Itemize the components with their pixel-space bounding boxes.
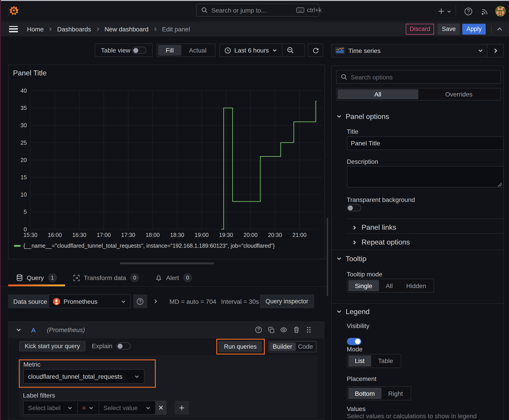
discard-button[interactable]: Discard <box>406 24 434 34</box>
search-input[interactable] <box>211 7 293 14</box>
legend-placement-bottom[interactable]: Bottom <box>348 388 381 399</box>
legend-mode-label: Mode <box>347 345 363 353</box>
metric-label: Metric <box>23 361 40 368</box>
select-value-dropdown[interactable]: Select value <box>99 401 156 415</box>
time-series-chart: 051015202530354015:3016:0016:3017:0017:3… <box>8 65 325 240</box>
panel-description-textarea[interactable] <box>347 166 503 188</box>
toggle-visibility-button[interactable] <box>280 326 287 334</box>
menu-toggle-button[interactable] <box>9 26 18 32</box>
datasource-value: Prometheus <box>63 298 117 305</box>
table-view-toggle[interactable] <box>132 47 146 54</box>
apply-button[interactable]: Apply <box>462 24 486 34</box>
repeat-options-section[interactable]: Repeat options <box>351 237 410 248</box>
active-tab-indicator <box>8 285 65 286</box>
select-label-dropdown[interactable]: Select label <box>23 401 77 415</box>
legend-section-header[interactable]: Legend <box>336 308 370 316</box>
options-search-input[interactable] <box>351 73 496 81</box>
help-button[interactable] <box>462 5 475 18</box>
breadcrumb-home[interactable]: Home <box>27 26 44 33</box>
news-button[interactable] <box>479 5 492 18</box>
zoom-out-time-button[interactable] <box>282 44 298 57</box>
add-new-button[interactable] <box>435 5 454 18</box>
legend-series-label[interactable]: {__name__="cloudflared_tunnel_total_requ… <box>23 242 275 249</box>
user-avatar[interactable] <box>495 6 506 17</box>
query-ref-id[interactable]: A <box>31 326 36 334</box>
query-row-header[interactable]: A (Prometheus) <box>8 322 324 338</box>
panel-title-input[interactable] <box>347 136 503 150</box>
series-line <box>221 101 317 229</box>
visualization-select[interactable]: Time series <box>331 44 487 57</box>
save-button[interactable]: Save <box>438 24 460 34</box>
options-filter-group: All Overrides <box>336 88 501 100</box>
legend-mode-list[interactable]: List <box>348 355 372 366</box>
tooltip-section-header[interactable]: Tooltip <box>336 255 366 263</box>
options-filter-overrides[interactable]: Overrides <box>418 89 499 99</box>
tab-query[interactable]: Query 1 <box>8 269 65 286</box>
interval-stat: Interval = 30s <box>221 298 259 305</box>
add-filter-button[interactable] <box>174 401 189 415</box>
textarea-resize-handle[interactable] <box>498 182 502 187</box>
builder-option[interactable]: Builder <box>269 342 296 351</box>
query-inspector-button[interactable]: Query inspector <box>260 294 314 308</box>
operator-value: = <box>82 404 86 411</box>
run-queries-button[interactable]: Run queries <box>219 341 262 352</box>
datasource-picker[interactable]: Prometheus <box>48 294 130 308</box>
tab-transform-data[interactable]: Transform data 0 <box>65 269 147 286</box>
query-builder-panel: Metric cloudflared_tunnel_total_requests… <box>19 355 317 418</box>
options-divider <box>347 233 503 234</box>
kick-start-query-button[interactable]: Kick start your query <box>19 341 85 351</box>
options-filter-all[interactable]: All <box>337 89 418 99</box>
y-axis-tick-label: 10 <box>21 191 27 197</box>
panel-links-section[interactable]: Panel links <box>351 222 396 233</box>
transparent-background-toggle[interactable] <box>347 204 361 211</box>
remove-query-button[interactable] <box>293 326 300 334</box>
tab-query-count: 1 <box>48 273 57 282</box>
legend-placement-right[interactable]: Right <box>381 388 410 399</box>
chevron-right-icon <box>351 225 357 230</box>
panel-options-pane: All Overrides Panel options Title Descri… <box>331 65 504 420</box>
toggle-viz-suggestions-button[interactable] <box>487 44 504 57</box>
remove-filter-button[interactable] <box>156 401 167 415</box>
drag-handle[interactable] <box>305 326 312 334</box>
topbar-divider <box>456 6 456 17</box>
panel-options-section-header[interactable]: Panel options <box>336 112 389 120</box>
breadcrumb-dashboards[interactable]: Dashboards <box>57 26 91 33</box>
search-icon <box>341 74 347 80</box>
duplicate-query-button[interactable] <box>267 326 275 334</box>
bell-icon <box>155 274 162 281</box>
query-options-collapsed[interactable]: MD = auto = 704 Interval = 30s <box>152 294 257 308</box>
datasource-help-button[interactable] <box>133 294 147 308</box>
panel-resize-handle[interactable] <box>120 262 214 264</box>
x-axis-tick-label: 16:00 <box>48 232 62 238</box>
legend-visibility-toggle[interactable] <box>347 338 361 345</box>
options-scrollbar-thumb[interactable] <box>327 218 328 296</box>
breadcrumb-edit-panel: Edit panel <box>162 26 190 33</box>
tab-alert[interactable]: Alert 0 <box>147 269 200 286</box>
explain-toggle[interactable] <box>116 343 131 350</box>
collapse-options-button[interactable] <box>496 26 503 33</box>
global-search-box[interactable]: ctrl+k <box>196 4 319 17</box>
refresh-button[interactable] <box>308 44 323 57</box>
grafana-logo-icon[interactable] <box>8 3 19 17</box>
operator-dropdown[interactable]: = <box>77 401 99 415</box>
collapse-query-icon[interactable] <box>15 327 21 333</box>
options-search-box[interactable] <box>336 70 501 84</box>
chevron-down-icon <box>121 299 126 304</box>
tooltip-mode-hidden[interactable]: Hidden <box>400 280 433 291</box>
title-field-label: Title <box>347 128 358 135</box>
query-help-button[interactable] <box>255 326 262 334</box>
fill-option[interactable]: Fill <box>158 45 181 56</box>
select-value-placeholder: Select value <box>103 404 142 411</box>
tooltip-mode-single[interactable]: Single <box>348 280 379 291</box>
window-left-edge <box>0 0 1 420</box>
tooltip-mode-all[interactable]: All <box>379 280 400 291</box>
metric-select[interactable]: cloudflared_tunnel_total_requests <box>23 369 144 384</box>
tabs-divider <box>0 286 327 287</box>
actual-option[interactable]: Actual <box>181 45 214 56</box>
breadcrumb-new-dashboard[interactable]: New dashboard <box>105 26 149 33</box>
question-circle-icon <box>464 7 473 15</box>
legend-mode-table[interactable]: Table <box>372 355 400 366</box>
code-option[interactable]: Code <box>296 342 315 351</box>
chart-panel[interactable]: Panel Title 051015202530354015:3016:0016… <box>8 64 325 259</box>
time-range-picker[interactable]: Last 6 hours <box>220 44 282 57</box>
